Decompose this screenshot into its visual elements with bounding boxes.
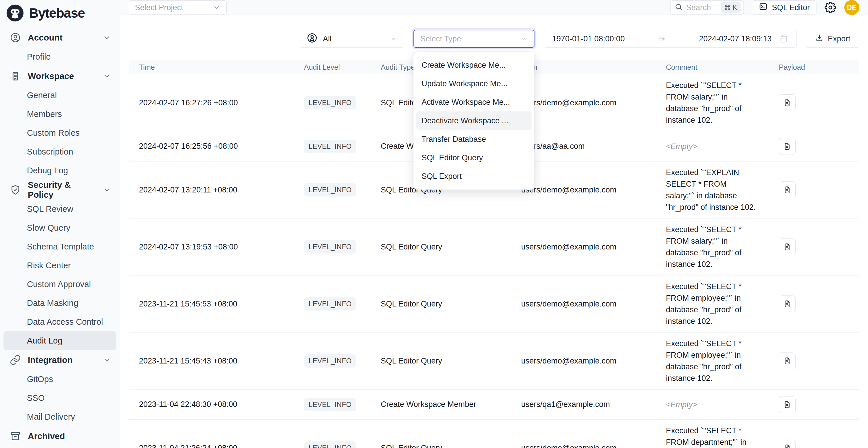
dropdown-item[interactable]: Activate Workspace Me... xyxy=(416,93,532,111)
export-button[interactable]: Export xyxy=(806,30,859,48)
sidebar-item[interactable]: Custom Approval xyxy=(3,275,116,294)
comment-cell: Executed `"SELECT * FROM salary;"` in da… xyxy=(664,79,774,126)
sidebar-section-label: Integration xyxy=(28,355,73,365)
audit-level-cell: LEVEL_INFO xyxy=(303,297,379,311)
time-cell: 2023-11-04 21:26:24 +08:00 xyxy=(129,444,303,448)
sidebar-item[interactable]: GitOps xyxy=(3,370,116,389)
audit-type-cell: SQL Editor Query xyxy=(379,444,520,448)
payload-view-button[interactable] xyxy=(779,94,796,111)
chevron-down-icon xyxy=(102,33,111,42)
sidebar-section-archived[interactable]: Archived xyxy=(0,426,120,446)
table-row: 2023-11-04 21:26:24 +08:00 LEVEL_INFO SQ… xyxy=(129,420,859,448)
audit-level-badge: LEVEL_INFO xyxy=(304,398,356,411)
actor-filter-select[interactable]: All xyxy=(300,30,404,48)
sidebar-item[interactable]: Subscription xyxy=(3,142,116,161)
payload-view-button[interactable] xyxy=(779,440,796,448)
column-header-time: Time xyxy=(129,63,303,71)
payload-cell xyxy=(774,396,859,413)
sidebar-section-integration[interactable]: Integration xyxy=(0,350,120,370)
comment-cell: Executed `"SELECT * FROM employee;"` in … xyxy=(664,281,774,327)
dropdown-item[interactable]: SQL Editor Query xyxy=(416,149,532,167)
audit-level-cell: LEVEL_INFO xyxy=(303,183,379,196)
payload-view-button[interactable] xyxy=(779,138,796,155)
audit-level-badge: LEVEL_INFO xyxy=(304,297,356,311)
sidebar-item[interactable]: Profile xyxy=(3,47,116,66)
file-search-icon xyxy=(783,186,792,194)
sidebar-item[interactable]: Debug Log xyxy=(3,161,116,180)
actor-cell: users/demo@example.com xyxy=(520,243,664,252)
search-icon xyxy=(675,3,683,12)
dropdown-item[interactable]: Transfer Database xyxy=(416,130,532,149)
person-circle-icon xyxy=(307,32,318,45)
dropdown-item[interactable]: Deactivate Workspace ... xyxy=(416,111,532,130)
audit-type-cell: Create Workspace Member xyxy=(379,400,520,409)
sidebar-item[interactable]: Custom Roles xyxy=(3,124,116,142)
sql-editor-button[interactable]: SQL Editor xyxy=(752,0,816,15)
search-input[interactable]: Search ⌘ K xyxy=(670,0,744,15)
settings-gear-icon[interactable] xyxy=(825,2,836,13)
sidebar-item[interactable]: Members xyxy=(3,105,116,124)
payload-view-button[interactable] xyxy=(779,396,796,413)
sidebar-section-account[interactable]: Account xyxy=(0,28,120,47)
sidebar-item[interactable]: General xyxy=(3,86,116,105)
audit-level-cell: LEVEL_INFO xyxy=(303,140,379,153)
filter-bar: All Select Type 1970-01-01 08:00:00 2024… xyxy=(129,30,859,48)
archive-icon xyxy=(10,430,21,442)
type-dropdown-menu: Create Workspace Me...Update Workspace M… xyxy=(413,52,534,190)
bytebase-app: Bytebase Account Profile Workspace xyxy=(0,0,868,448)
sidebar-section-workspace[interactable]: Workspace xyxy=(0,66,120,86)
chevron-down-icon xyxy=(519,35,528,43)
dropdown-item[interactable]: Update Workspace Me... xyxy=(416,74,532,93)
file-search-icon xyxy=(783,444,792,448)
payload-view-button[interactable] xyxy=(779,182,796,198)
payload-cell xyxy=(774,94,859,111)
audit-level-cell: LEVEL_INFO xyxy=(303,240,379,254)
sidebar-item[interactable]: Slow Query xyxy=(3,219,116,237)
chevron-down-icon xyxy=(390,35,398,43)
bytebase-logo[interactable]: Bytebase xyxy=(0,0,120,26)
payload-view-button[interactable] xyxy=(779,295,796,312)
time-cell: 2024-02-07 16:27:26 +08:00 xyxy=(129,98,303,107)
link-icon xyxy=(10,354,21,365)
table-row: 2023-11-04 22:48:30 +08:00 LEVEL_INFO Cr… xyxy=(129,389,859,420)
comment-cell: Executed `"SELECT * FROM employee;"` in … xyxy=(664,338,774,384)
sidebar: Bytebase Account Profile Workspace xyxy=(0,0,120,448)
actor-filter-value: All xyxy=(323,34,332,43)
comment-cell: <Empty> xyxy=(664,141,774,152)
dropdown-item[interactable]: Create Workspace Me... xyxy=(416,56,532,74)
bytebase-logo-icon xyxy=(6,4,24,22)
sidebar-section-security-policy[interactable]: Security & Policy xyxy=(0,180,120,200)
sidebar-item[interactable]: Risk Center xyxy=(3,256,116,275)
sidebar-item[interactable]: SSO xyxy=(3,389,116,408)
sidebar-item[interactable]: Data Masking xyxy=(3,294,116,313)
sidebar-item[interactable]: Mail Delivery xyxy=(3,408,116,426)
payload-view-button[interactable] xyxy=(779,238,796,255)
terminal-icon xyxy=(758,2,768,13)
payload-view-button[interactable] xyxy=(779,352,796,369)
sidebar-item[interactable]: SQL Review xyxy=(3,200,116,219)
project-select[interactable]: Select Project xyxy=(129,0,227,15)
type-filter-select[interactable]: Select Type xyxy=(413,30,534,48)
building-icon xyxy=(10,71,21,82)
audit-level-cell: LEVEL_INFO xyxy=(303,354,379,367)
dropdown-item[interactable]: SQL Export xyxy=(416,167,532,186)
shield-check-icon xyxy=(10,184,21,195)
sidebar-item[interactable]: Schema Template xyxy=(3,237,116,256)
audit-level-badge: LEVEL_INFO xyxy=(304,140,356,153)
keyboard-shortcut-badge: ⌘ K xyxy=(721,2,741,13)
table-row: 2024-02-07 13:19:53 +08:00 LEVEL_INFO SQ… xyxy=(129,219,859,276)
actor-cell: users/demo@example.com xyxy=(520,299,664,309)
chevron-down-icon xyxy=(213,3,221,11)
calendar-icon xyxy=(779,34,788,43)
column-header-comment: Comment xyxy=(664,63,774,71)
comment-cell: Executed `"SELECT * FROM salary;"` in da… xyxy=(664,224,774,270)
topbar: Select Project Search ⌘ K SQL Editor DE xyxy=(120,0,868,15)
sidebar-nav: Account Profile Workspace GeneralMembers… xyxy=(0,26,120,446)
time-cell: 2023-11-21 15:45:43 +08:00 xyxy=(129,357,303,365)
sidebar-item[interactable]: Audit Log xyxy=(3,331,116,350)
audit-level-badge: LEVEL_INFO xyxy=(304,183,356,196)
date-range-picker[interactable]: 1970-01-01 08:00:00 2024-02-07 18:09:13 xyxy=(544,30,797,48)
payload-cell xyxy=(774,182,859,198)
sidebar-item[interactable]: Data Access Control xyxy=(3,313,116,331)
user-avatar[interactable]: DE xyxy=(844,0,859,15)
